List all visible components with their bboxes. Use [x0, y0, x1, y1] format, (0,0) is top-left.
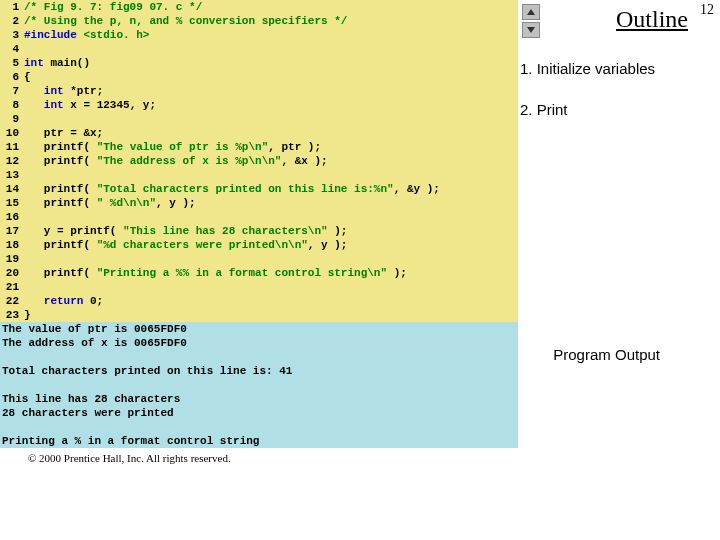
- line-number: 2: [0, 14, 19, 28]
- code-text: , y );: [156, 197, 196, 209]
- line-number: 23: [0, 308, 19, 322]
- program-output-label: Program Output: [553, 346, 660, 363]
- line-number: 7: [0, 84, 19, 98]
- code-text: , &y );: [394, 183, 440, 195]
- code-preproc: #include: [24, 29, 77, 41]
- line-number: 19: [0, 252, 19, 266]
- outline-item: 1. Initialize variables: [520, 60, 718, 77]
- chevron-down-icon: [526, 26, 536, 34]
- code-text: printf(: [44, 239, 97, 251]
- outline-items: 1. Initialize variables 2. Print: [520, 60, 718, 142]
- code-content: /* Fig 9. 7: fig09 07. c */ /* Using the…: [24, 0, 518, 322]
- code-text: );: [387, 267, 407, 279]
- line-number: 9: [0, 112, 19, 126]
- line-number: 17: [0, 224, 19, 238]
- code-text: ptr = &x;: [44, 127, 103, 139]
- code-text: printf(: [44, 183, 97, 195]
- line-number: 15: [0, 196, 19, 210]
- page-number: 12: [700, 2, 714, 18]
- line-number: 5: [0, 56, 19, 70]
- code-text: , ptr );: [268, 141, 321, 153]
- code-string: "Total characters printed on this line i…: [97, 183, 394, 195]
- code-text: printf(: [44, 155, 97, 167]
- line-number: 13: [0, 168, 19, 182]
- code-text: y = printf(: [44, 225, 123, 237]
- code-text: 0;: [83, 295, 103, 307]
- code-text: printf(: [44, 141, 97, 153]
- code-string: "The address of x is %p\n\n": [97, 155, 282, 167]
- line-number: 6: [0, 70, 19, 84]
- line-number: 3: [0, 28, 19, 42]
- svg-marker-0: [527, 9, 535, 15]
- code-string: "The value of ptr is %p\n": [97, 141, 269, 153]
- code-keyword: return: [44, 295, 84, 307]
- code-text: main(): [44, 57, 90, 69]
- code-text: x = 12345, y;: [64, 99, 156, 111]
- code-string: "Printing a %% in a format control strin…: [97, 267, 387, 279]
- line-number: 11: [0, 140, 19, 154]
- code-text: );: [328, 225, 348, 237]
- copyright-footer: © 2000 Prentice Hall, Inc. All rights re…: [28, 452, 720, 464]
- code-text: printf(: [44, 267, 97, 279]
- line-number-gutter: 1 2 3 4 5 6 7 8 9 10 11 12 13 14 15 16 1…: [0, 0, 24, 322]
- code-keyword: int: [44, 85, 64, 97]
- line-number: 21: [0, 280, 19, 294]
- svg-marker-1: [527, 27, 535, 33]
- line-number: 14: [0, 182, 19, 196]
- code-text: *ptr;: [64, 85, 104, 97]
- code-comment: /* Fig 9. 7: fig09 07. c */: [24, 1, 202, 13]
- line-number: 22: [0, 294, 19, 308]
- line-number: 20: [0, 266, 19, 280]
- code-text: printf(: [44, 197, 97, 209]
- code-string: "%d characters were printed\n\n": [97, 239, 308, 251]
- code-keyword: int: [24, 57, 44, 69]
- code-area: 1 2 3 4 5 6 7 8 9 10 11 12 13 14 15 16 1…: [0, 0, 518, 322]
- outline-item: 2. Print: [520, 101, 718, 118]
- code-text: {: [24, 71, 31, 83]
- line-number: 16: [0, 210, 19, 224]
- line-number: 18: [0, 238, 19, 252]
- line-number: 10: [0, 126, 19, 140]
- code-string: " %d\n\n": [97, 197, 156, 209]
- line-number: 12: [0, 154, 19, 168]
- code-comment: /* Using the p, n, and % conversion spec…: [24, 15, 347, 27]
- nav-down-button[interactable]: [522, 22, 540, 38]
- line-number: 4: [0, 42, 19, 56]
- nav-up-button[interactable]: [522, 4, 540, 20]
- code-keyword: int: [44, 99, 64, 111]
- code-text: , y );: [308, 239, 348, 251]
- code-string: "This line has 28 characters\n": [123, 225, 328, 237]
- program-output-area: The value of ptr is 0065FDF0 The address…: [0, 322, 518, 448]
- chevron-up-icon: [526, 8, 536, 16]
- code-text: }: [24, 309, 31, 321]
- code-header: <stdio. h>: [77, 29, 150, 41]
- code-text: , &x );: [281, 155, 327, 167]
- line-number: 8: [0, 98, 19, 112]
- outline-title: Outline: [616, 6, 688, 33]
- line-number: 1: [0, 0, 19, 14]
